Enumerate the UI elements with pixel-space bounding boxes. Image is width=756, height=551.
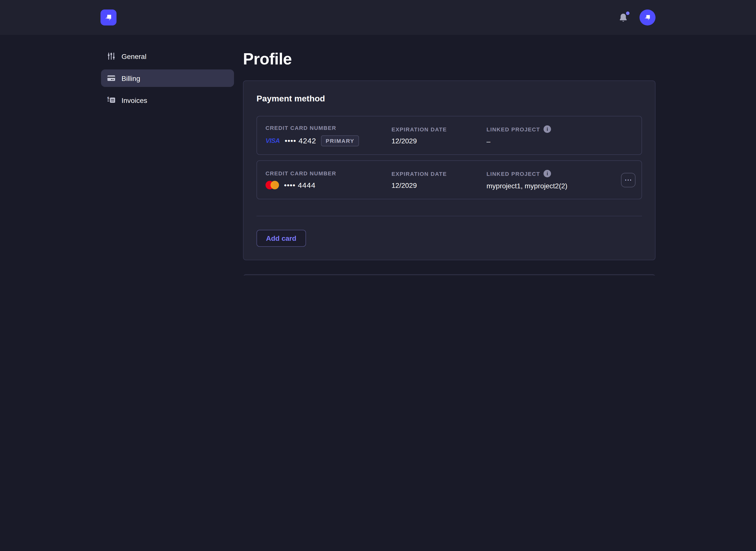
card-row-mastercard: CREDIT CARD NUMBER •••• 4444 EXPIRATION … — [256, 160, 642, 199]
expiration-cell: EXPIRATION DATE 12/2029 — [392, 126, 487, 145]
main-content: Profile Payment method CREDIT CARD NUMBE… — [243, 50, 656, 276]
strapi-logo-icon — [103, 12, 113, 22]
linked-project-header: LINKED PROJECT — [487, 170, 540, 176]
credit-card-number-header: CREDIT CARD NUMBER — [265, 170, 392, 176]
notification-dot — [626, 11, 629, 15]
sidebar-item-label: Invoices — [121, 96, 147, 104]
linked-project-header-row: LINKED PROJECT i — [487, 125, 615, 133]
card-list: CREDIT CARD NUMBER VISA •••• 4242 PRIMAR… — [256, 116, 642, 199]
card-row-visa: CREDIT CARD NUMBER VISA •••• 4242 PRIMAR… — [256, 116, 642, 155]
card-more-menu-button[interactable]: ⋯ — [621, 172, 636, 187]
sidebar-item-label: Billing — [121, 74, 140, 82]
panel-divider — [256, 216, 642, 216]
mastercard-logo — [265, 181, 279, 189]
info-icon[interactable]: i — [543, 170, 551, 177]
invoice-icon: $ — [107, 96, 115, 104]
card-number-cell: CREDIT CARD NUMBER •••• 4444 — [265, 170, 392, 189]
sidebar-item-invoices[interactable]: $ Invoices — [101, 91, 234, 109]
sliders-icon — [107, 52, 115, 60]
app-root: General Billing $ — [0, 0, 756, 276]
sidebar-item-general[interactable]: General — [101, 47, 234, 65]
sidebar-item-label: General — [121, 52, 147, 60]
ellipsis-icon: ⋯ — [624, 175, 632, 184]
linked-project-cell: LINKED PROJECT i myproject1, myproject2(… — [487, 170, 615, 190]
info-icon[interactable]: i — [543, 125, 551, 133]
linked-project-header: LINKED PROJECT — [487, 126, 540, 132]
topbar-actions — [619, 9, 656, 25]
linked-project-header-row: LINKED PROJECT i — [487, 170, 615, 177]
card-number-value: VISA •••• 4242 PRIMARY — [265, 135, 392, 146]
avatar-strapi-icon — [643, 13, 652, 22]
primary-badge: PRIMARY — [321, 135, 359, 146]
credit-card-icon — [107, 74, 115, 82]
strapi-logo[interactable] — [100, 9, 116, 25]
linked-project-value: – — [487, 137, 615, 145]
sidebar-item-billing[interactable]: Billing — [101, 69, 234, 87]
svg-text:$: $ — [107, 96, 109, 100]
billing-details-panel: Billing details First name Last name Co — [243, 274, 656, 276]
page-content: General Billing $ — [0, 35, 756, 276]
expiration-cell: EXPIRATION DATE 12/2029 — [392, 170, 487, 189]
linked-project-cell: LINKED PROJECT i – — [487, 125, 615, 145]
linked-project-value: myproject1, myproject2(2) — [487, 182, 615, 190]
card-masked-number: •••• 4444 — [284, 181, 315, 189]
card-number-value: •••• 4444 — [265, 181, 392, 189]
settings-sidebar: General Billing $ — [101, 47, 234, 109]
notifications-button[interactable] — [619, 13, 627, 22]
expiration-date-value: 12/2029 — [392, 181, 487, 189]
visa-logo: VISA — [265, 137, 280, 144]
expiration-date-value: 12/2029 — [392, 137, 487, 145]
add-card-button[interactable]: Add card — [256, 230, 306, 247]
expiration-date-header: EXPIRATION DATE — [392, 170, 487, 176]
payment-method-heading: Payment method — [256, 94, 642, 104]
payment-method-panel: Payment method CREDIT CARD NUMBER VISA •… — [243, 80, 656, 260]
card-masked-number: •••• 4242 — [285, 136, 316, 145]
expiration-date-header: EXPIRATION DATE — [392, 126, 487, 132]
credit-card-number-header: CREDIT CARD NUMBER — [265, 125, 392, 131]
user-avatar[interactable] — [640, 9, 656, 25]
page-title: Profile — [243, 50, 656, 68]
card-number-cell: CREDIT CARD NUMBER VISA •••• 4242 PRIMAR… — [265, 125, 392, 146]
top-bar — [0, 0, 756, 35]
